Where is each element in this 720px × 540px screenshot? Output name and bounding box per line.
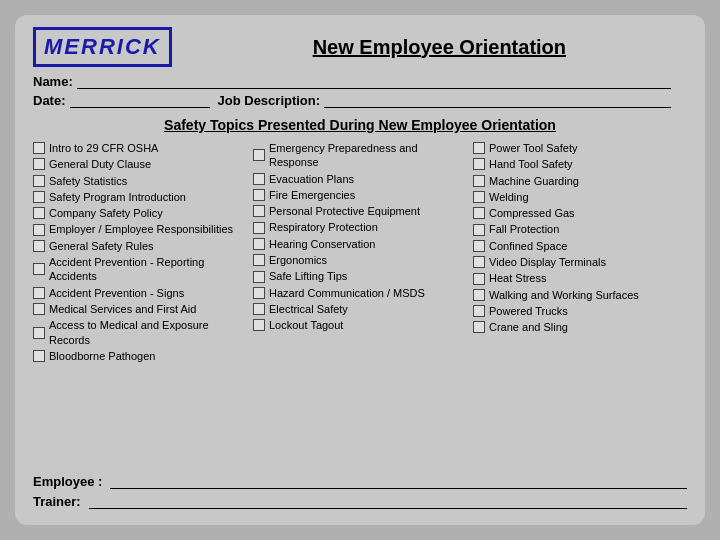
check-item-label: Power Tool Safety [489, 141, 577, 155]
checkbox-icon[interactable] [473, 240, 485, 252]
checkbox-icon[interactable] [33, 287, 45, 299]
check-item-label: Crane and Sling [489, 320, 568, 334]
list-item[interactable]: Confined Space [473, 239, 687, 253]
list-item[interactable]: General Duty Clause [33, 157, 247, 171]
list-item[interactable]: Safety Program Introduction [33, 190, 247, 204]
list-item[interactable]: Safety Statistics [33, 174, 247, 188]
checkbox-icon[interactable] [33, 224, 45, 236]
checkbox-icon[interactable] [473, 256, 485, 268]
list-item[interactable]: Evacuation Plans [253, 172, 467, 186]
check-item-label: Heat Stress [489, 271, 546, 285]
checkbox-icon[interactable] [253, 254, 265, 266]
date-field[interactable] [70, 92, 210, 108]
check-item-label: Hand Tool Safety [489, 157, 573, 171]
check-item-label: Compressed Gas [489, 206, 575, 220]
list-item[interactable]: Crane and Sling [473, 320, 687, 334]
list-item[interactable]: Emergency Preparedness and Response [253, 141, 467, 170]
list-item[interactable]: Access to Medical and Exposure Records [33, 318, 247, 347]
list-item[interactable]: Accident Prevention - Signs [33, 286, 247, 300]
checkbox-icon[interactable] [473, 224, 485, 236]
name-field[interactable] [77, 73, 671, 89]
check-item-label: Evacuation Plans [269, 172, 354, 186]
employee-label: Employee : [33, 474, 102, 489]
list-item[interactable]: Fall Protection [473, 222, 687, 236]
section-title: Safety Topics Presented During New Emplo… [33, 117, 687, 133]
checkbox-icon[interactable] [473, 158, 485, 170]
checkbox-icon[interactable] [253, 303, 265, 315]
check-item-label: Confined Space [489, 239, 567, 253]
check-item-label: Accident Prevention - Reporting Accident… [49, 255, 247, 284]
list-item[interactable]: Hearing Conservation [253, 237, 467, 251]
checkbox-icon[interactable] [253, 271, 265, 283]
list-item[interactable]: Intro to 29 CFR OSHA [33, 141, 247, 155]
list-item[interactable]: Lockout Tagout [253, 318, 467, 332]
checkbox-icon[interactable] [473, 142, 485, 154]
list-item[interactable]: Safe Lifting Tips [253, 269, 467, 283]
checkbox-icon[interactable] [33, 142, 45, 154]
checkbox-icon[interactable] [473, 289, 485, 301]
check-item-label: General Safety Rules [49, 239, 154, 253]
job-label: Job Description: [218, 93, 321, 108]
checkbox-icon[interactable] [33, 240, 45, 252]
list-item[interactable]: Heat Stress [473, 271, 687, 285]
checkbox-icon[interactable] [33, 263, 45, 275]
checkbox-icon[interactable] [33, 207, 45, 219]
list-item[interactable]: Video Display Terminals [473, 255, 687, 269]
checkbox-icon[interactable] [253, 319, 265, 331]
list-item[interactable]: Power Tool Safety [473, 141, 687, 155]
checkbox-icon[interactable] [33, 327, 45, 339]
list-item[interactable]: Accident Prevention - Reporting Accident… [33, 255, 247, 284]
check-item-label: Hazard Communication / MSDS [269, 286, 425, 300]
list-item[interactable]: Respiratory Protection [253, 220, 467, 234]
logo-text: MERRICK [44, 34, 161, 59]
checkbox-icon[interactable] [33, 175, 45, 187]
list-item[interactable]: Powered Trucks [473, 304, 687, 318]
checkbox-icon[interactable] [473, 207, 485, 219]
list-item[interactable]: Machine Guarding [473, 174, 687, 188]
checkbox-icon[interactable] [33, 350, 45, 362]
checkbox-icon[interactable] [33, 158, 45, 170]
list-item[interactable]: Welding [473, 190, 687, 204]
list-item[interactable]: Company Safety Policy [33, 206, 247, 220]
list-item[interactable]: Hand Tool Safety [473, 157, 687, 171]
checkbox-icon[interactable] [253, 149, 265, 161]
check-item-label: Safe Lifting Tips [269, 269, 347, 283]
list-item[interactable]: Medical Services and First Aid [33, 302, 247, 316]
checkbox-icon[interactable] [253, 287, 265, 299]
list-item[interactable]: Employer / Employee Responsibilities [33, 222, 247, 236]
checkbox-icon[interactable] [253, 205, 265, 217]
checkbox-icon[interactable] [473, 305, 485, 317]
name-label: Name: [33, 74, 73, 89]
check-item-label: Personal Protective Equipment [269, 204, 420, 218]
check-item-label: Safety Statistics [49, 174, 127, 188]
trainer-label: Trainer: [33, 494, 81, 509]
checkbox-icon[interactable] [473, 321, 485, 333]
trainer-field[interactable] [89, 493, 687, 509]
checkbox-icon[interactable] [473, 191, 485, 203]
employee-row: Employee : [33, 473, 687, 489]
list-item[interactable]: Walking and Working Surfaces [473, 288, 687, 302]
list-item[interactable]: Fire Emergencies [253, 188, 467, 202]
checkbox-icon[interactable] [473, 175, 485, 187]
list-item[interactable]: Compressed Gas [473, 206, 687, 220]
checkbox-icon[interactable] [253, 173, 265, 185]
job-field[interactable] [324, 92, 671, 108]
checkbox-icon[interactable] [33, 191, 45, 203]
date-label: Date: [33, 93, 66, 108]
list-item[interactable]: Personal Protective Equipment [253, 204, 467, 218]
list-item[interactable]: Electrical Safety [253, 302, 467, 316]
checkbox-icon[interactable] [253, 238, 265, 250]
footer-area: Employee : Trainer: [33, 467, 687, 513]
employee-field[interactable] [110, 473, 687, 489]
checkbox-icon[interactable] [253, 222, 265, 234]
checkbox-icon[interactable] [253, 189, 265, 201]
list-item[interactable]: Hazard Communication / MSDS [253, 286, 467, 300]
list-item[interactable]: Bloodborne Pathogen [33, 349, 247, 363]
check-item-label: Hearing Conservation [269, 237, 375, 251]
checkbox-icon[interactable] [473, 273, 485, 285]
check-item-label: Bloodborne Pathogen [49, 349, 155, 363]
list-item[interactable]: General Safety Rules [33, 239, 247, 253]
check-item-label: General Duty Clause [49, 157, 151, 171]
checkbox-icon[interactable] [33, 303, 45, 315]
list-item[interactable]: Ergonomics [253, 253, 467, 267]
